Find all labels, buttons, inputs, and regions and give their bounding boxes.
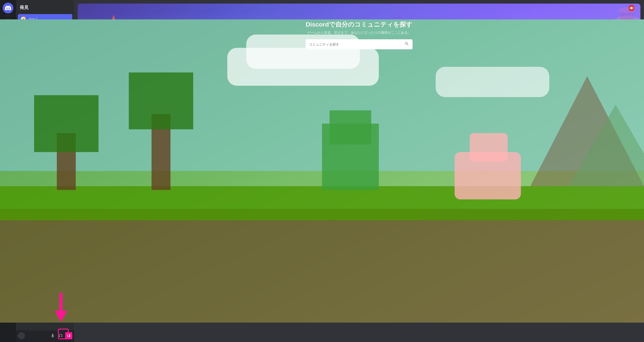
- svg-rect-50: [550, 98, 558, 105]
- main-content: Discordで自分のコミュニティを探す ゲームから音楽、学びまで、あなたにぴっ…: [74, 0, 644, 342]
- community-search-bar: [306, 39, 412, 49]
- community-card-minecraft[interactable]: ⛏ ✅ MINECRAFT The official Minecraft Dis…: [455, 80, 640, 142]
- svg-rect-55: [571, 89, 594, 96]
- community-card-valorant[interactable]: 🎯 ✅ VALORANT The VALORANT Discord server…: [266, 80, 452, 142]
- card-image-minecraft: [455, 80, 640, 115]
- svg-rect-46: [489, 95, 502, 107]
- svg-rect-43: [482, 118, 614, 142]
- hero-title: Discordで自分のコミュニティを探す: [306, 20, 412, 29]
- hero-subtitle: ゲームから音楽、学びまで、あなたにぴったりの場所がここにある。: [307, 31, 411, 35]
- search-input[interactable]: [309, 43, 404, 46]
- community-grid: ✨ ✅ Genshin Impact Official Welcome to T…: [74, 80, 644, 147]
- svg-rect-52: [578, 103, 586, 109]
- svg-rect-48: [508, 91, 522, 102]
- svg-rect-44: [482, 114, 614, 121]
- svg-rect-54: [532, 83, 556, 90]
- card-image-valorant: [266, 80, 452, 116]
- search-icon: [404, 42, 409, 47]
